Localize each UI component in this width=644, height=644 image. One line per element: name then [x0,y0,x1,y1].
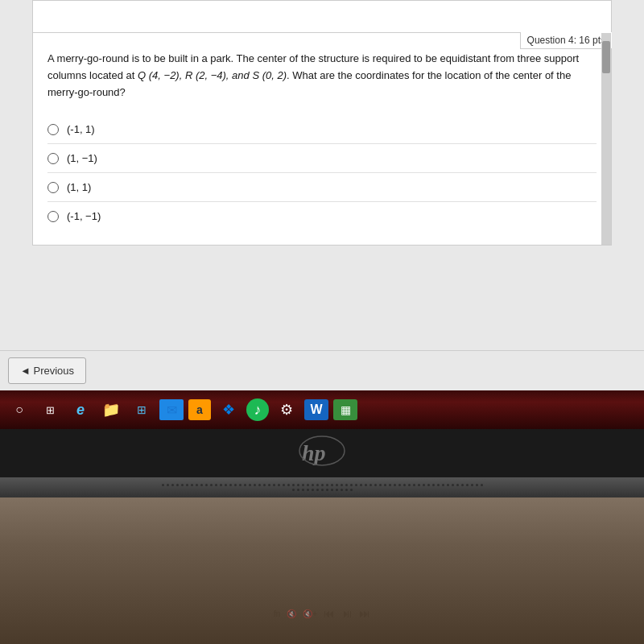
top-card [32,0,612,32]
scrollbar-thumb[interactable] [602,41,610,73]
question-card: Question 4: 16 pts A merry-go-round is t… [32,32,612,246]
svg-text:hp: hp [302,440,326,465]
word-icon[interactable]: W [304,399,328,420]
amazon-icon[interactable]: a [188,399,211,420]
option-1-label: (-1, 1) [67,123,95,135]
excel-icon[interactable]: ▦ [333,399,357,420]
math-expression: Q (4, −2), R (2, −4), and S (0, 2) [138,69,287,81]
option-1[interactable]: (-1, 1) [47,115,597,144]
radio-4[interactable] [47,211,59,222]
option-2-label: (1, −1) [67,152,97,164]
hp-logo-area: hp [0,429,644,477]
windows-icon[interactable]: ⊞ [129,397,155,423]
task-view-icon[interactable]: ⊞ [37,397,63,423]
scrollbar[interactable] [601,33,611,245]
circle-icon[interactable]: ○ [6,397,32,423]
option-4[interactable]: (-1, −1) [47,202,597,230]
question-text: A merry-go-round is to be built in a par… [47,51,597,101]
settings-icon[interactable]: ⚙ [274,397,299,423]
file-explorer-icon[interactable]: 📁 [98,397,124,423]
spotify-icon[interactable]: ♪ [246,398,269,421]
option-3-label: (1, 1) [67,181,91,193]
radio-1[interactable] [47,124,59,135]
options-list: (-1, 1) (1, −1) (1, 1) (-1, −1) [47,115,597,230]
radio-3[interactable] [47,182,59,193]
option-4-label: (-1, −1) [67,210,101,222]
option-3[interactable]: (1, 1) [47,173,597,202]
dropbox-icon[interactable]: ❖ [216,397,242,423]
taskbar: ○ ⊞ e 📁 ⊞ ✉ a ❖ ♪ ⚙ W ▦ [0,390,644,429]
mail-icon[interactable]: ✉ [159,399,184,420]
question-label: Question 4: 16 pts [520,32,612,49]
hp-logo: hp [298,435,346,473]
nav-area: ◄ Previous [0,350,644,390]
option-2[interactable]: (1, −1) [47,144,597,173]
radio-2[interactable] [47,153,59,164]
previous-button[interactable]: ◄ Previous [8,357,86,384]
laptop-body: for(let i=0;i<80;i++) document.write('<d… [0,477,644,644]
edge-icon[interactable]: e [68,397,93,423]
